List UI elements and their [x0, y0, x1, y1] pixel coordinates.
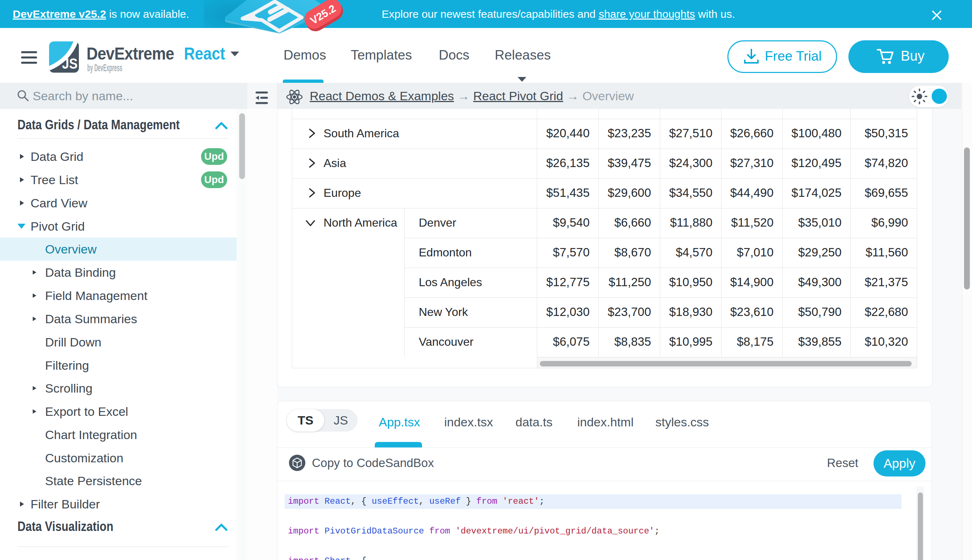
svg-text:JS: JS [62, 55, 77, 72]
